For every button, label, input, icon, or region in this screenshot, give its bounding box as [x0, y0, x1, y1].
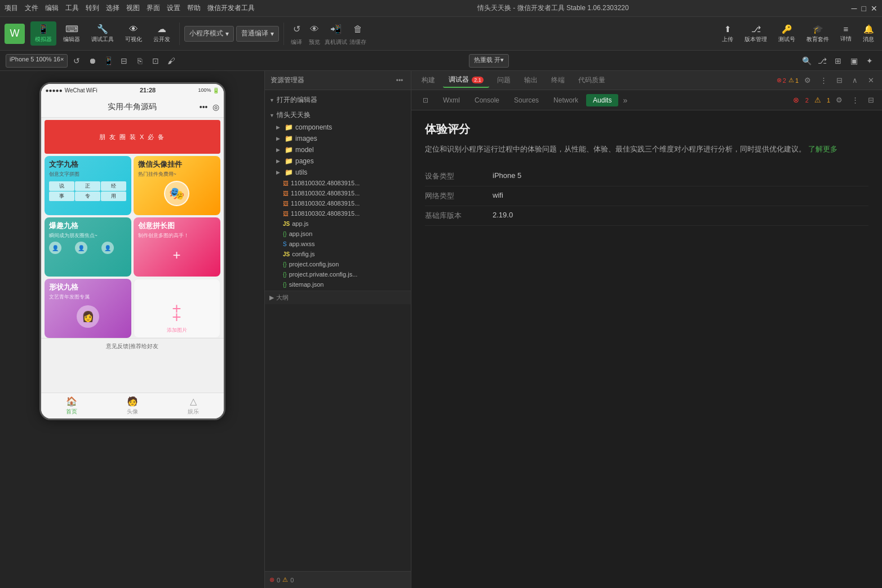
- nav-home-icon[interactable]: ◎: [212, 103, 219, 112]
- copy-icon[interactable]: ⎘: [133, 54, 147, 68]
- devtools-settings-icon[interactable]: ⚙: [801, 74, 814, 87]
- dt-tab-network[interactable]: Network: [547, 94, 585, 106]
- grid-icon[interactable]: ⊞: [831, 54, 845, 68]
- file-sitemap[interactable]: {} sitemap.json: [265, 279, 411, 289]
- menu-item-tools[interactable]: 工具: [65, 3, 79, 13]
- dt-tab-wxml[interactable]: Wxml: [436, 94, 467, 106]
- details-button[interactable]: ≡ 详情: [837, 23, 855, 44]
- tab-avatar[interactable]: 🧑 头像: [102, 396, 163, 416]
- file-img-1[interactable]: 🖼 1108100302.48083915...: [265, 178, 411, 188]
- card-fun-nine[interactable]: 爆趣九格 瞬间成为朋友圈焦点~ 👤 👤 👤: [45, 217, 131, 277]
- device-select[interactable]: iPhone 5 100% 16×: [6, 54, 68, 68]
- version-mgr-button[interactable]: ⎇ 版本管理: [741, 23, 770, 44]
- editor-button[interactable]: ⌨ 编辑器: [59, 21, 85, 46]
- menu-item-project[interactable]: 项目: [5, 3, 18, 13]
- file-img-2[interactable]: 🖼 1108100302.48083915...: [265, 188, 411, 198]
- refresh-button[interactable]: ↺: [289, 21, 304, 37]
- search-panel-icon[interactable]: 🔍: [800, 54, 813, 68]
- explorer-more-icon[interactable]: •••: [394, 75, 405, 86]
- cloud-button[interactable]: ☁ 云开发: [149, 21, 175, 46]
- tab-terminal[interactable]: 终端: [546, 73, 570, 87]
- minimize-icon[interactable]: ─: [852, 4, 857, 13]
- split-icon[interactable]: ⊟: [117, 54, 131, 68]
- project-header[interactable]: ▼ 情头天天换: [265, 109, 411, 122]
- tab-build[interactable]: 构建: [416, 73, 441, 87]
- dt-tab-audits[interactable]: Audits: [586, 94, 618, 106]
- dt-tab-inspect[interactable]: ⊡: [416, 94, 435, 106]
- open-editors-header[interactable]: ▼ 打开的编辑器: [265, 93, 411, 106]
- file-app-json[interactable]: {} app.json: [265, 229, 411, 239]
- dt-grid-icon[interactable]: ⊟: [864, 93, 877, 107]
- menu-item-help[interactable]: 帮助: [187, 3, 201, 13]
- rotate-icon[interactable]: ↺: [70, 54, 83, 68]
- file-project-private[interactable]: {} project.private.config.js...: [265, 269, 411, 279]
- wand-icon[interactable]: ✦: [863, 54, 876, 68]
- file-config-js[interactable]: JS config.js: [265, 249, 411, 259]
- devtools-split-icon[interactable]: ⊟: [832, 74, 846, 87]
- tab-home[interactable]: 🏠 首页: [41, 396, 102, 416]
- dt-settings-icon[interactable]: ⚙: [832, 93, 846, 107]
- card-text-nine[interactable]: 文字九格 创意文字拼图 说 正 经 事 专 用: [45, 156, 131, 215]
- paint-icon[interactable]: 🖌: [165, 54, 178, 68]
- file-app-wxss[interactable]: S app.wxss: [265, 239, 411, 249]
- menu-item-goto[interactable]: 转到: [86, 3, 99, 13]
- dt-tab-more[interactable]: »: [619, 93, 631, 107]
- folder-images[interactable]: ▶ 📁 images: [265, 133, 411, 144]
- menu-item-file[interactable]: 文件: [25, 3, 38, 13]
- mode-dropdown[interactable]: 小程序模式 ▾: [184, 26, 234, 42]
- file-img-3[interactable]: 🖼 1108100302.48083915...: [265, 198, 411, 208]
- record-button[interactable]: ⏺: [86, 54, 99, 68]
- edu-suite-button[interactable]: 🎓 教育套件: [803, 23, 832, 44]
- messages-button[interactable]: 🔔 消息: [859, 23, 877, 44]
- maximize-icon[interactable]: □: [862, 4, 866, 13]
- box-icon[interactable]: ▣: [847, 54, 861, 68]
- file-project-config[interactable]: {} project.config.json: [265, 259, 411, 269]
- menu-item-wechat[interactable]: 微信开发者工具: [207, 3, 255, 13]
- tab-output[interactable]: 输出: [518, 73, 543, 87]
- debugger-button[interactable]: 🔧 调试工具: [87, 21, 118, 46]
- devtools-more-icon[interactable]: ⋮: [817, 74, 830, 87]
- test-num-button[interactable]: 🔑 测试号: [775, 23, 799, 44]
- menu-item-select[interactable]: 选择: [106, 3, 119, 13]
- tab-issues[interactable]: 问题: [491, 73, 516, 87]
- close-icon[interactable]: ✕: [871, 4, 877, 13]
- hot-reload-button[interactable]: 热重载 开▾: [469, 54, 509, 68]
- file-img-4[interactable]: 🖼 1108100302.48083915...: [265, 208, 411, 219]
- tab-debugger[interactable]: 调试器 2.1: [443, 73, 489, 88]
- visualize-button[interactable]: 👁 可视化: [121, 22, 147, 46]
- dt-tab-console[interactable]: Console: [468, 94, 506, 106]
- preview-button[interactable]: 👁: [307, 21, 322, 37]
- menu-item-settings[interactable]: 设置: [167, 3, 180, 13]
- phone-icon[interactable]: 📱: [101, 54, 115, 68]
- outline-section[interactable]: ▶ 大纲: [265, 291, 411, 304]
- branch-icon[interactable]: ⎇: [815, 54, 829, 68]
- recommend-link[interactable]: 推荐给好友: [130, 342, 158, 350]
- feedback-link[interactable]: 意见反馈: [106, 342, 128, 350]
- devtools-collapse-icon[interactable]: ∧: [848, 74, 862, 87]
- folder-components[interactable]: ▶ 📁 components: [265, 122, 411, 133]
- audits-learn-more-link[interactable]: 了解更多: [808, 145, 837, 153]
- tab-entertainment[interactable]: △ 娱乐: [163, 396, 224, 416]
- folder-model[interactable]: ▶ 📁 model: [265, 144, 411, 155]
- devtools-close-icon[interactable]: ✕: [864, 74, 877, 87]
- folder-pages[interactable]: ▶ 📁 pages: [265, 155, 411, 167]
- tab-code-quality[interactable]: 代码质量: [573, 73, 611, 87]
- folder-utils[interactable]: ▶ 📁 utils: [265, 167, 411, 178]
- dt-more-dots-icon[interactable]: ⋮: [848, 93, 862, 107]
- real-debug-button[interactable]: 📲: [328, 21, 344, 37]
- card-avatar-pendant[interactable]: 微信头像挂件 热门挂件免费用~ 🎭: [134, 156, 220, 215]
- menu-item-view[interactable]: 视图: [126, 3, 140, 13]
- clear-cache-button[interactable]: 🗑: [350, 21, 366, 37]
- compile-dropdown[interactable]: 普通编译 ▾: [236, 26, 279, 42]
- menu-item-interface[interactable]: 界面: [147, 3, 160, 13]
- dt-tab-sources[interactable]: Sources: [507, 94, 546, 106]
- simulator-button[interactable]: 📱 模拟器: [30, 21, 56, 46]
- nav-more-icon[interactable]: •••: [200, 103, 208, 112]
- upload-button[interactable]: ⬆ 上传: [719, 23, 737, 44]
- file-app-js[interactable]: JS app.js: [265, 219, 411, 229]
- resize-icon[interactable]: ⊡: [149, 54, 162, 68]
- card-add[interactable]: + + 添加图片: [134, 279, 220, 338]
- card-shape-nine[interactable]: 形状九格 文艺青年发图专属 👩: [45, 279, 131, 338]
- card-collage[interactable]: 创意拼长图 制作创意多图的高手！ +: [134, 217, 220, 277]
- menu-item-edit[interactable]: 编辑: [45, 3, 59, 13]
